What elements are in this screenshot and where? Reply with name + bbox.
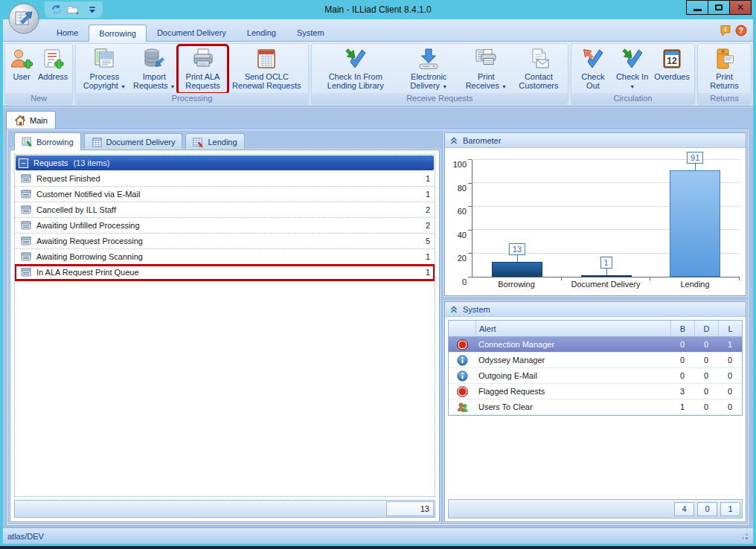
- user-icon: [10, 47, 33, 71]
- ribbon-button-print-returns[interactable]: Print Returns: [700, 45, 749, 93]
- x-axis-category-label: Document Delivery: [561, 280, 650, 289]
- collapse-chevron-icon: [449, 136, 458, 145]
- resize-grip[interactable]: [739, 531, 749, 541]
- ribbon-button-check-in[interactable]: Check In ▼: [612, 45, 652, 93]
- ribbon-button-send-oclc-renewal-requests[interactable]: Send OCLC Renewal Requests: [228, 45, 306, 93]
- system-alert-row-odyssey-manager[interactable]: Odyssey Manager000: [449, 353, 742, 368]
- ribbon-button-print-receives[interactable]: Print Receives ▼: [461, 45, 512, 93]
- system-alert-row-flagged-requests[interactable]: Flagged Requests300: [449, 384, 742, 399]
- ribbon-button-user[interactable]: User: [7, 45, 36, 93]
- minimize-button[interactable]: [686, 0, 708, 15]
- quick-access-toolbar: [45, 1, 103, 18]
- ribbon-button-process-copyright[interactable]: Process Copyright ▼: [78, 45, 130, 93]
- ribbon-group-circulation: Check OutCheck In ▼12OverduesCirculation: [571, 43, 695, 105]
- ribbon-button-electronic-delivery[interactable]: Electronic Delivery ▼: [397, 45, 461, 93]
- system-header[interactable]: System: [445, 302, 746, 317]
- alert-count-l: 0: [718, 402, 742, 411]
- dropdown-arrow-icon[interactable]: ▼: [442, 84, 447, 89]
- request-queue-row-awaiting-unfilled-processing[interactable]: Awaiting Unfilled Processing2: [15, 218, 435, 234]
- queue-count: 1: [426, 190, 430, 199]
- x-axis-category-label: Lending: [650, 280, 740, 289]
- import-requests-icon: [142, 47, 166, 71]
- request-queue-row-awaiting-request-processing[interactable]: Awaiting Request Processing5: [15, 234, 435, 249]
- ribbon-button-label: Overdues: [654, 72, 690, 81]
- refresh-icon[interactable]: [51, 4, 63, 16]
- request-queue-row-awaiting-borrowing-scanning[interactable]: Awaiting Borrowing Scanning1: [15, 249, 435, 265]
- queue-label: Awaiting Borrowing Scanning: [36, 252, 420, 261]
- barometer-header[interactable]: Barometer: [445, 133, 746, 148]
- alert-count-l: 0: [718, 371, 742, 380]
- ribbon-button-check-out[interactable]: Check Out: [574, 45, 612, 93]
- collapse-group-icon[interactable]: −: [19, 158, 28, 168]
- alert-count-l: 0: [718, 387, 742, 396]
- system-alert-row-connection-manager[interactable]: Connection Manager001: [449, 337, 742, 353]
- application-menu-button[interactable]: [7, 2, 40, 35]
- requests-footer: 13: [14, 500, 435, 518]
- request-group-icon: [21, 173, 31, 184]
- dropdown-arrow-icon[interactable]: ▼: [502, 84, 507, 89]
- bar-value-label: 1: [600, 257, 612, 269]
- dropdown-arrow-icon[interactable]: ▼: [170, 84, 176, 89]
- tab-main[interactable]: Main: [6, 111, 56, 129]
- home-icon: [14, 115, 26, 126]
- chart-slot-borrowing: 13: [472, 160, 562, 277]
- x-axis-category-label: Borrowing: [472, 280, 561, 289]
- open-form-icon[interactable]: [67, 4, 79, 16]
- queue-count: 2: [426, 221, 430, 230]
- chart-slot-document-delivery: 1: [562, 160, 651, 277]
- dropdown-arrow-icon[interactable]: ▼: [121, 84, 126, 89]
- dropdown-arrow-icon[interactable]: ▼: [630, 84, 635, 89]
- queue-count: 5: [426, 237, 430, 245]
- close-button[interactable]: ✕: [729, 0, 752, 15]
- request-group-icon: [21, 236, 31, 246]
- maximize-button[interactable]: [708, 0, 730, 15]
- column-header-alert[interactable]: Alert: [475, 321, 670, 336]
- borrowing-panel: BorrowingDocument DeliveryLending − Requ…: [10, 132, 440, 522]
- system-table-header: AlertBDL: [449, 321, 742, 337]
- svg-text:i: i: [725, 26, 727, 33]
- ribbon-button-contact-customers[interactable]: Contact Customers: [512, 45, 566, 93]
- bar-borrowing: [492, 262, 542, 277]
- ribbon-tab-document-delivery[interactable]: Document Delivery: [147, 24, 237, 41]
- system-title: System: [463, 305, 490, 314]
- column-header-l[interactable]: L: [718, 321, 742, 336]
- ribbon-tab-home[interactable]: Home: [46, 24, 89, 41]
- about-balloon-icon[interactable]: i: [720, 25, 731, 36]
- chart-slot-lending: 91: [650, 160, 740, 277]
- ribbon-button-address[interactable]: Address: [36, 45, 70, 93]
- customize-quick-access-toolbar-icon[interactable]: [88, 5, 97, 14]
- ribbon-button-label: Send OCLC Renewal Requests: [230, 72, 304, 90]
- ribbon-group-receive-requests: Check In From Lending LibraryElectronic …: [311, 43, 568, 105]
- alert-label: Users To Clear: [475, 402, 670, 411]
- subtab-document-delivery[interactable]: Document Delivery: [84, 133, 183, 150]
- request-queue-row-cancelled-by-ill-staff[interactable]: Cancelled by ILL Staff2: [15, 202, 435, 218]
- queue-count: 1: [426, 174, 430, 183]
- request-queue-row-in-ala-request-print-queue[interactable]: In ALA Request Print Queue1: [15, 265, 435, 280]
- ribbon-button-label: Print Receives ▼: [463, 72, 510, 92]
- ribbon-group-processing: Process Copyright ▼Import Requests ▼Prin…: [75, 43, 308, 105]
- queue-label: In ALA Request Print Queue: [36, 268, 420, 277]
- ribbon-tab-system[interactable]: System: [286, 24, 335, 41]
- ribbon-button-import-requests[interactable]: Import Requests ▼: [130, 45, 178, 93]
- ribbon-button-label: Contact Customers: [514, 72, 563, 90]
- ribbon-tab-borrowing[interactable]: Borrowing: [89, 25, 147, 42]
- system-alert-row-users-to-clear[interactable]: Users To Clear100: [449, 399, 742, 415]
- column-header-d[interactable]: D: [694, 321, 718, 336]
- subtab-borrowing[interactable]: Borrowing: [14, 132, 81, 150]
- column-header-b[interactable]: B: [670, 321, 694, 336]
- request-group-icon: [21, 205, 31, 215]
- requests-total: 13: [386, 501, 434, 516]
- ribbon-button-print-ala-requests[interactable]: Print ALA Requests: [178, 45, 228, 93]
- request-queue-row-customer-notified-via-e-mail[interactable]: Customer Notified via E-Mail1: [15, 187, 435, 202]
- ribbon-button-overdues[interactable]: 12Overdues: [652, 45, 692, 93]
- help-icon[interactable]: ?: [735, 25, 747, 36]
- request-queue-row-request-finished[interactable]: Request Finished1: [15, 171, 435, 187]
- subtab-lending[interactable]: Lending: [185, 133, 244, 150]
- minimize-icon: [693, 9, 702, 11]
- alert-count-l: 1: [718, 340, 742, 349]
- system-alert-row-outgoing-e-mail[interactable]: Outgoing E-Mail000: [449, 368, 742, 384]
- requests-group-header[interactable]: − Requests (13 items): [16, 155, 434, 170]
- system-total-box: 4: [674, 502, 694, 516]
- ribbon-button-check-in-from-lending-library[interactable]: Check In From Lending Library: [314, 45, 397, 93]
- ribbon-tab-lending[interactable]: Lending: [237, 24, 286, 41]
